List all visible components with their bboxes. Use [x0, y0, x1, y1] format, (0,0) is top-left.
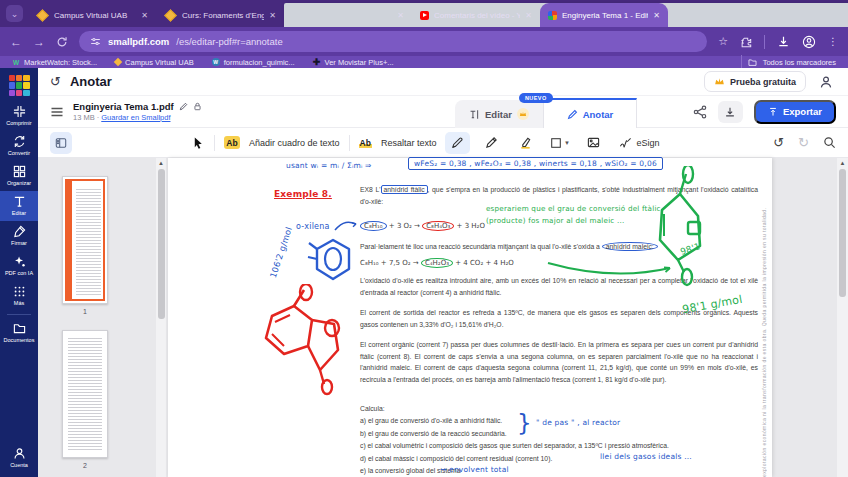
- bookmark-movistar[interactable]: ✚Ver Movistar Plus+...: [313, 58, 394, 67]
- sidebar-item-pdf-con-ia[interactable]: PDF con IA: [0, 251, 38, 281]
- pen-tool-button[interactable]: [445, 132, 470, 154]
- divider: [764, 35, 765, 49]
- sidebar-item-documentos[interactable]: Documentos: [0, 318, 38, 348]
- reload-icon[interactable]: [56, 36, 68, 48]
- download-icon: [724, 106, 736, 118]
- browser-tab-2[interactable]: Curs: Fonaments d'Enginyeria Q ✕: [156, 3, 284, 27]
- pencil-icon: [485, 136, 498, 149]
- browser-tab-3[interactable]: Enginyeria Tema 1.pdf ✕: [284, 3, 412, 27]
- tab-anotar[interactable]: Anotar: [543, 98, 637, 128]
- extensions-icon[interactable]: [740, 36, 752, 48]
- sidebar-item-firmar[interactable]: Firmar: [0, 221, 38, 251]
- annotation-circle-c8h4o3: C₈H₄O₃: [422, 221, 454, 231]
- downloads-icon[interactable]: [777, 35, 790, 48]
- browser-tab-1[interactable]: Campus Virtual UAB ✕: [28, 3, 156, 27]
- download-button[interactable]: [718, 101, 743, 123]
- viewer-scrollbar[interactable]: ▲: [837, 158, 848, 477]
- plus-icon: ✚: [313, 58, 321, 66]
- shape-tool-button[interactable]: ▼: [547, 132, 572, 154]
- divider: [741, 55, 742, 69]
- select-cursor-icon[interactable]: [192, 136, 205, 149]
- sidebar-item-organizar[interactable]: Organizar: [0, 161, 38, 191]
- redo-icon[interactable]: ↻: [798, 135, 809, 150]
- thumb-text-lines: [68, 336, 102, 452]
- highlight-text-label[interactable]: Resaltar texto: [381, 138, 437, 148]
- hamburger-menu-icon[interactable]: [50, 105, 64, 119]
- annotate-toolbar: Ab Añadir cuadro de texto Ab Resaltar te…: [38, 128, 848, 158]
- diamond-icon: [114, 58, 122, 66]
- rename-pencil-icon[interactable]: [179, 102, 188, 111]
- handwriting-ideal-gas-note: llei dels gasos ideals ...: [600, 452, 692, 461]
- marketwatch-icon: W: [12, 58, 20, 66]
- list-item-d: d) el cabal màssic i composició del corr…: [360, 455, 552, 462]
- highlighter-icon: [519, 136, 532, 149]
- bookmark-marketwatch[interactable]: WMarketWatch: Stock...: [12, 58, 97, 67]
- browser-tab-active[interactable]: Enginyeria Tema 1 - Editar PDF ✕: [540, 3, 668, 27]
- pencil-tool-button[interactable]: [479, 132, 504, 154]
- screen: ⌄ Campus Virtual UAB ✕ Curs: Fonaments d…: [0, 0, 848, 477]
- thumbnail-scrollbar[interactable]: ▲: [156, 158, 166, 477]
- smallpdf-logo[interactable]: [9, 75, 30, 96]
- add-textbox-icon[interactable]: Ab: [224, 136, 240, 149]
- thumb-text-lines: [76, 187, 101, 295]
- forward-icon[interactable]: →: [33, 35, 45, 49]
- page-title: Anotar: [70, 74, 112, 89]
- account-icon: [13, 447, 26, 460]
- save-to-smallpdf-link[interactable]: Guardar en Smallpdf: [101, 113, 170, 122]
- sidebar-item-editar[interactable]: Editar: [0, 191, 38, 221]
- share-icon[interactable]: [693, 105, 707, 119]
- close-tab-icon[interactable]: ✕: [141, 11, 148, 20]
- close-tab-icon[interactable]: ✕: [397, 11, 404, 20]
- pdf-viewer[interactable]: usant wᵢ = mᵢ / Σᵢmᵢ ⇒ wFeS₂ = 0,38 , wF…: [168, 158, 848, 477]
- reset-icon[interactable]: ↺: [50, 74, 61, 89]
- user-avatar[interactable]: [815, 71, 836, 92]
- add-textbox-label[interactable]: Añadir cuadro de texto: [249, 138, 340, 148]
- close-tab-icon[interactable]: ✕: [525, 11, 532, 20]
- premium-crown-icon: [517, 108, 529, 120]
- all-bookmarks[interactable]: Todos los marcadores: [741, 55, 836, 69]
- search-icon[interactable]: [823, 136, 836, 149]
- scrollbar-thumb[interactable]: [839, 169, 846, 297]
- handwriting-green-note-2: (producte) fos major al del maleic ...: [486, 216, 624, 225]
- trial-button[interactable]: Prueba gratuita: [704, 71, 806, 92]
- bookmark-formulacion[interactable]: Wformulacion_quimic...: [212, 58, 295, 67]
- page-thumbnail-1[interactable]: [62, 176, 108, 304]
- export-button[interactable]: Exportar: [754, 100, 836, 124]
- pdf-page[interactable]: usant wᵢ = mᵢ / Σᵢmᵢ ⇒ wFeS₂ = 0,38 , wF…: [168, 158, 772, 477]
- profile-icon[interactable]: [802, 35, 816, 49]
- campus-favicon-icon: [164, 9, 177, 22]
- page-number-2: 2: [62, 462, 108, 469]
- handwriting-arrow-to-equation: [334, 216, 360, 232]
- bookmark-campus[interactable]: Campus Virtual UAB: [115, 58, 194, 67]
- thumbnail-panel-toggle[interactable]: [50, 132, 72, 154]
- lock-icon[interactable]: [193, 102, 202, 111]
- back-icon[interactable]: ←: [10, 35, 22, 49]
- handwriting-oxylene-molar-mass: 106'2 g/mol: [268, 226, 294, 279]
- tab-editar[interactable]: Editar: [455, 100, 543, 128]
- close-tab-icon[interactable]: ✕: [653, 11, 660, 20]
- highlight-text-icon[interactable]: Ab: [359, 138, 372, 148]
- scroll-up-icon[interactable]: ▲: [837, 158, 848, 168]
- handwriting-de-pas-note: " de pas " , al reactor: [536, 418, 620, 427]
- esign-button[interactable]: eSign: [615, 132, 663, 154]
- sidebar-item-convertir[interactable]: Convertir: [0, 131, 38, 161]
- sidebar-item-cuenta[interactable]: Cuenta: [0, 443, 38, 473]
- sidebar-item-comprimir[interactable]: Comprimir: [0, 101, 38, 131]
- pen-icon: [451, 136, 464, 149]
- url-field[interactable]: smallpdf.com/es/editar-pdf#r=annotate: [79, 31, 707, 52]
- image-tool-button[interactable]: [581, 132, 606, 154]
- site-settings-icon[interactable]: [90, 36, 101, 47]
- bookmark-star-icon[interactable]: ☆: [718, 35, 728, 48]
- sidebar-item-mas[interactable]: Más: [0, 281, 38, 311]
- close-tab-icon[interactable]: ✕: [269, 11, 276, 20]
- undo-icon[interactable]: ↺: [773, 135, 784, 150]
- scroll-up-icon[interactable]: ▲: [156, 158, 166, 168]
- divider: [214, 135, 215, 151]
- handwriting-envolvent-note: → envolvent total: [440, 465, 509, 474]
- marker-tool-button[interactable]: [513, 132, 538, 154]
- page-thumbnail-2[interactable]: [62, 330, 108, 458]
- menu-kebab-icon[interactable]: ⋮: [828, 36, 838, 47]
- browser-tab-4[interactable]: Comentaris del vídeo - YouTube ✕: [412, 3, 540, 27]
- scrollbar-thumb[interactable]: [158, 169, 165, 319]
- tab-search-button[interactable]: ⌄: [6, 5, 23, 22]
